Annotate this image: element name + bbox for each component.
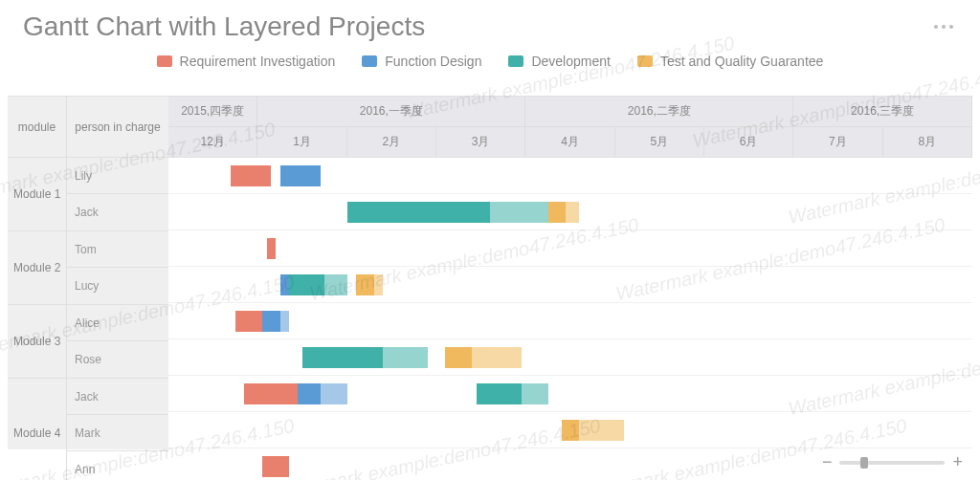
gantt-segment bbox=[280, 165, 321, 186]
module-name: Module 2 bbox=[8, 231, 67, 304]
legend-label: Requirement Investigation bbox=[180, 54, 336, 69]
legend-swatch bbox=[362, 55, 377, 67]
gantt-bar[interactable] bbox=[356, 274, 383, 295]
person-name: Ann bbox=[67, 451, 168, 480]
gantt-lane bbox=[168, 230, 972, 267]
gantt-segment bbox=[374, 274, 383, 295]
module-row: Module 3AliceRose bbox=[8, 305, 168, 379]
legend-swatch bbox=[637, 55, 653, 67]
gantt-bar[interactable] bbox=[445, 347, 521, 368]
gantt-segment bbox=[472, 347, 521, 368]
gantt-segment bbox=[231, 165, 271, 186]
month-header: 8月 bbox=[883, 127, 972, 157]
month-header: 6月 bbox=[704, 127, 793, 157]
gantt-lane bbox=[168, 158, 972, 194]
gantt-segment bbox=[383, 347, 428, 368]
legend-swatch bbox=[157, 55, 172, 67]
person-name: Alice bbox=[67, 305, 168, 341]
gantt-bar[interactable] bbox=[347, 202, 580, 223]
gantt-segment bbox=[235, 311, 262, 332]
person-name: Tom bbox=[67, 231, 168, 268]
month-header: 12月 bbox=[168, 127, 257, 157]
col-header-person: person in charge bbox=[67, 97, 168, 157]
module-row: Module 2TomLucy bbox=[8, 231, 168, 305]
person-name: Lily bbox=[67, 158, 168, 194]
legend: Requirement InvestigationFunction Design… bbox=[0, 46, 980, 78]
gantt-bar[interactable] bbox=[280, 274, 347, 295]
quarter-header: 2016,二季度 bbox=[525, 97, 793, 126]
gantt-bar[interactable] bbox=[244, 383, 346, 404]
gantt-bar[interactable] bbox=[231, 165, 271, 186]
gantt-bar[interactable] bbox=[280, 165, 321, 186]
gantt-segment bbox=[302, 347, 383, 368]
gantt-segment bbox=[356, 274, 374, 295]
person-name: Lucy bbox=[67, 268, 168, 304]
month-header: 4月 bbox=[525, 127, 614, 157]
person-name: Jack bbox=[67, 379, 168, 415]
page-title: Gantt Chart with Layered Projects bbox=[23, 11, 425, 42]
gantt-bar[interactable] bbox=[477, 383, 548, 404]
module-name: Module 3 bbox=[8, 305, 67, 378]
person-name: Jack bbox=[67, 194, 168, 230]
legend-item[interactable]: Test and Quality Guarantee bbox=[637, 54, 823, 69]
gantt-bar[interactable] bbox=[562, 420, 624, 441]
zoom-out-icon[interactable]: − bbox=[822, 452, 833, 472]
gantt-bar[interactable] bbox=[235, 311, 289, 332]
more-icon[interactable] bbox=[926, 17, 961, 36]
legend-swatch bbox=[508, 55, 523, 67]
month-header: 1月 bbox=[257, 127, 346, 157]
module-row: Module 1LilyJack bbox=[8, 158, 168, 231]
legend-label: Development bbox=[531, 54, 611, 69]
legend-item[interactable]: Requirement Investigation bbox=[157, 54, 336, 69]
gantt-lane bbox=[168, 267, 972, 303]
gantt-segment bbox=[477, 383, 522, 404]
gantt-bar[interactable] bbox=[262, 456, 289, 477]
timeline[interactable]: 2015,四季度2016,一季度2016,二季度2016,三季度 12月1月2月… bbox=[168, 97, 972, 449]
gantt-bar[interactable] bbox=[267, 238, 276, 259]
gantt-segment bbox=[324, 274, 346, 295]
col-header-module: module bbox=[8, 97, 67, 157]
quarter-header: 2016,三季度 bbox=[793, 97, 972, 126]
gantt-chart: module person in charge Module 1LilyJack… bbox=[8, 96, 972, 449]
gantt-segment bbox=[445, 347, 472, 368]
gantt-segment bbox=[562, 420, 580, 441]
gantt-lane bbox=[168, 194, 972, 230]
gantt-segment bbox=[490, 202, 548, 223]
legend-label: Function Design bbox=[385, 54, 481, 69]
gantt-segment bbox=[548, 202, 567, 223]
gantt-lane bbox=[168, 339, 972, 376]
gantt-segment bbox=[280, 274, 289, 295]
quarter-header: 2015,四季度 bbox=[168, 97, 257, 126]
gantt-segment bbox=[579, 420, 624, 441]
gantt-lane bbox=[168, 376, 972, 412]
gantt-segment bbox=[289, 274, 324, 295]
gantt-segment bbox=[262, 456, 289, 477]
person-name: Mark bbox=[67, 415, 168, 451]
gantt-segment bbox=[267, 238, 276, 259]
legend-item[interactable]: Function Design bbox=[362, 54, 481, 69]
zoom-in-icon[interactable]: + bbox=[952, 452, 963, 472]
quarter-header: 2016,一季度 bbox=[257, 97, 525, 126]
month-header: 5月 bbox=[615, 127, 704, 157]
gantt-lane bbox=[168, 412, 972, 448]
gantt-lane bbox=[168, 303, 972, 339]
zoom-slider[interactable] bbox=[839, 461, 945, 465]
gantt-segment bbox=[298, 383, 320, 404]
gantt-segment bbox=[566, 202, 579, 223]
gantt-segment bbox=[347, 202, 490, 223]
zoom-control[interactable]: − + bbox=[822, 452, 963, 472]
gantt-segment bbox=[244, 383, 298, 404]
month-header: 2月 bbox=[347, 127, 436, 157]
legend-item[interactable]: Development bbox=[508, 54, 611, 69]
left-panel: module person in charge Module 1LilyJack… bbox=[8, 97, 168, 449]
module-name: Module 4 bbox=[8, 379, 67, 480]
person-name: Rose bbox=[67, 341, 168, 378]
legend-label: Test and Quality Guarantee bbox=[660, 54, 823, 69]
module-row: Module 4JackMarkAnn bbox=[8, 379, 168, 480]
month-header: 3月 bbox=[436, 127, 525, 157]
gantt-segment bbox=[262, 311, 280, 332]
gantt-bar[interactable] bbox=[302, 347, 428, 368]
gantt-segment bbox=[280, 311, 289, 332]
gantt-segment bbox=[522, 383, 548, 404]
module-name: Module 1 bbox=[8, 158, 67, 230]
